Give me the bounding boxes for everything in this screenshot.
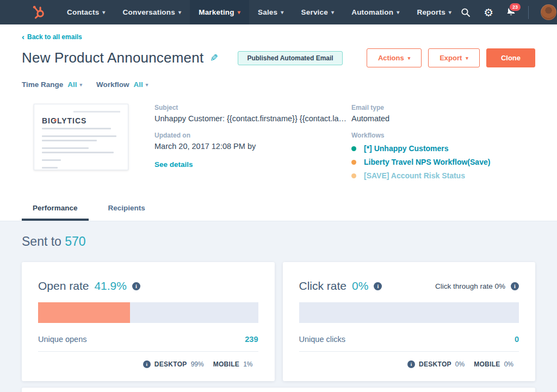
email-details-row: BIGLYTICS Subject Unhappy Customer: {{co… — [22, 104, 535, 180]
chevron-down-icon: ▾ — [449, 9, 451, 15]
main-menu: Contacts ▾ Conversations ▾ Marketing ▾ S… — [58, 0, 460, 24]
mobile-label: MOBILE — [213, 360, 239, 368]
info-icon[interactable]: i — [132, 282, 140, 290]
open-rate-progress-track — [38, 302, 258, 323]
nav-item-label: Automation — [351, 8, 393, 16]
click-rate-value: 0% — [352, 279, 368, 293]
actions-button-label: Actions — [378, 54, 404, 62]
email-type-label: Email type — [351, 104, 490, 111]
thumb-decoration — [73, 111, 120, 113]
chevron-down-icon: ▾ — [281, 9, 283, 15]
notifications-bell-icon[interactable]: 23 — [506, 6, 516, 19]
tab-performance[interactable]: Performance — [22, 198, 89, 221]
tab-recipients[interactable]: Recipients — [97, 198, 156, 221]
actions-button[interactable]: Actions ▾ — [367, 48, 422, 67]
thumb-gap — [42, 161, 120, 164]
thumb-text-line — [42, 135, 116, 137]
next-card-partial — [22, 388, 535, 392]
info-icon[interactable]: i — [511, 282, 519, 290]
time-range-label: Time Range — [22, 80, 63, 89]
unique-opens-value[interactable]: 239 — [245, 335, 258, 344]
click-through-rate-text: Click through rate 0% — [435, 282, 505, 290]
nav-item-service[interactable]: Service ▾ — [293, 0, 343, 24]
subject-value: Unhappy Customer: {{contact.firstname}} … — [154, 114, 334, 123]
info-icon[interactable]: i — [143, 360, 151, 368]
workflow-status-dot — [351, 173, 356, 178]
nav-item-marketing[interactable]: Marketing ▾ — [190, 0, 249, 24]
clone-button-label: Clone — [501, 54, 521, 62]
notification-count-badge: 23 — [509, 2, 522, 12]
subject-label: Subject — [154, 104, 334, 111]
open-rate-title-row: Open rate 41.9% i — [38, 279, 258, 293]
nav-item-label: Marketing — [199, 8, 234, 16]
nav-item-reports[interactable]: Reports ▾ — [408, 0, 460, 24]
gear-icon[interactable]: ⚙ — [483, 7, 494, 18]
nav-item-sales[interactable]: Sales ▾ — [249, 0, 293, 24]
search-icon[interactable] — [460, 7, 471, 18]
nav-item-label: Contacts — [67, 8, 99, 16]
logo-text: LYTICS — [57, 116, 87, 125]
nav-item-label: Conversations — [123, 8, 175, 16]
see-details-link[interactable]: See details — [154, 160, 193, 169]
chevron-down-icon: ▾ — [146, 82, 148, 88]
email-type-value: Automated — [351, 114, 490, 123]
thumb-gap — [42, 169, 120, 170]
workflow-link[interactable]: [*] Unhappy Customers — [364, 144, 449, 153]
page-title: New Product Announcement — [22, 49, 203, 66]
chevron-down-icon: ▾ — [238, 9, 240, 15]
info-icon[interactable]: i — [407, 360, 415, 368]
workflow-status-dot — [351, 160, 356, 165]
email-detail-header: ‹ Back to all emails New Product Announc… — [0, 24, 557, 221]
biglytics-logo: BIGLYTICS — [42, 116, 120, 125]
workflow-filter: Workflow All ▾ — [96, 80, 148, 89]
open-rate-value: 41.9% — [94, 279, 127, 293]
chevron-down-icon: ▾ — [178, 9, 181, 15]
chevron-down-icon: ▾ — [466, 55, 468, 61]
thumb-text-line — [42, 147, 89, 149]
click-rate-title-row: Click rate 0% i Click through rate 0% i — [299, 279, 519, 293]
mobile-label: MOBILE — [474, 360, 500, 368]
gear-glyph: ⚙ — [484, 7, 493, 18]
edit-pencil-icon[interactable]: ✎ — [210, 52, 218, 64]
hubspot-logo[interactable] — [0, 0, 58, 24]
desktop-label: DESKTOP — [154, 360, 187, 368]
open-rate-card: Open rate 41.9% i Unique opens 239 i DES… — [22, 262, 275, 381]
desktop-value: 0% — [455, 360, 465, 368]
logo-text: BI — [42, 116, 51, 125]
click-through-rate-label: Click through rate 0% i — [435, 282, 519, 290]
info-icon[interactable]: i — [374, 282, 382, 290]
workflow-select[interactable]: All ▾ — [134, 80, 148, 89]
workflow-item[interactable]: [*] Unhappy Customers — [351, 144, 490, 153]
workflow-item[interactable]: [SAVE] Account Risk Status — [351, 171, 490, 180]
unique-clicks-value[interactable]: 0 — [515, 335, 519, 344]
export-button[interactable]: Export ▾ — [428, 48, 480, 67]
back-link[interactable]: ‹ Back to all emails — [22, 33, 82, 41]
clone-button[interactable]: Clone — [486, 48, 535, 67]
click-rate-progress-track — [299, 302, 519, 323]
user-avatar[interactable] — [541, 4, 556, 20]
export-button-label: Export — [440, 54, 462, 62]
workflow-item[interactable]: Liberty Travel NPS Workflow(Save) — [351, 158, 490, 166]
mobile-value: 0% — [504, 360, 513, 368]
desktop-label: DESKTOP — [419, 360, 451, 368]
status-badge: Published Automated Email — [238, 51, 342, 65]
nav-item-automation[interactable]: Automation ▾ — [343, 0, 408, 24]
chevron-down-icon: ▾ — [397, 9, 399, 15]
email-preview-thumbnail[interactable]: BIGLYTICS — [34, 104, 128, 170]
workflow-link[interactable]: Liberty Travel NPS Workflow(Save) — [364, 158, 490, 166]
workflow-link[interactable]: [SAVE] Account Risk Status — [364, 171, 465, 180]
nav-item-label: Sales — [258, 8, 277, 16]
unique-opens-row: Unique opens 239 — [38, 335, 258, 344]
nav-item-contacts[interactable]: Contacts ▾ — [58, 0, 114, 24]
chevron-down-icon: ▾ — [408, 55, 411, 61]
stat-cards-row: Open rate 41.9% i Unique opens 239 i DES… — [22, 262, 535, 381]
time-range-select[interactable]: All ▾ — [67, 80, 82, 89]
workflow-value: All — [134, 80, 143, 89]
nav-item-conversations[interactable]: Conversations ▾ — [114, 0, 190, 24]
subject-block: Subject Unhappy Customer: {{contact.firs… — [154, 104, 334, 123]
updated-on-value: March 20, 2017 12:08 PM by — [154, 142, 334, 151]
detail-columns: Subject Unhappy Customer: {{contact.firs… — [154, 104, 535, 180]
thumb-gap — [42, 141, 120, 145]
workflows-block: Workflows [*] Unhappy Customers Liberty … — [351, 132, 490, 180]
sprocket-icon — [32, 5, 46, 20]
